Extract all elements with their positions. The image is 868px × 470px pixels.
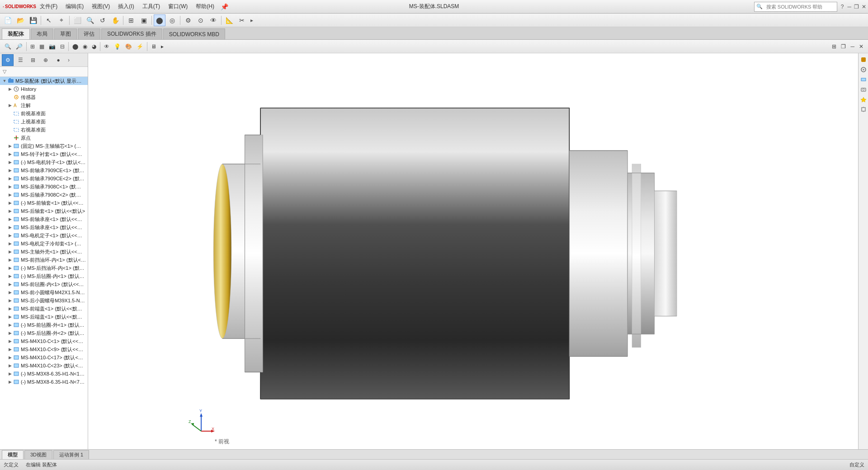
tab-layout[interactable]: 布局 (31, 28, 53, 39)
toolbar-explode[interactable]: ⊙ (195, 14, 207, 26)
tree-part-20[interactable]: ▶ MS-前端盖<1> (默认<<默认>_前 (0, 305, 88, 313)
panel-icon-grid[interactable]: ⊞ (27, 54, 39, 66)
tree-part-12-expand[interactable]: ▶ (7, 241, 13, 246)
vt-section[interactable]: ⊟ (58, 41, 66, 52)
tree-part-4[interactable]: ▶ MS-前轴承7909CE<2> (默认<< (0, 174, 88, 183)
rs-icon-3[interactable] (859, 75, 868, 84)
viewport[interactable]: Y X Z * 前视 (88, 53, 858, 449)
toolbar-select2[interactable]: ⌖ (56, 14, 67, 26)
tree-part-15-expand[interactable]: ▶ (7, 266, 13, 270)
toolbar-assemble[interactable]: ⚙ (182, 14, 194, 26)
tree-part-9-expand[interactable]: ▶ (7, 217, 13, 221)
tab-evaluate[interactable]: 评估 (78, 28, 100, 39)
tree-part-26-expand[interactable]: ▶ (7, 355, 13, 360)
menu-insert[interactable]: 插入(I) (114, 2, 137, 11)
toolbar-edges[interactable]: ◎ (166, 14, 178, 26)
tree-root-expand[interactable]: ▼ (2, 79, 7, 83)
tree-part-27-expand[interactable]: ▶ (7, 363, 13, 368)
tree-annotation[interactable]: ▶ A 注解 (0, 101, 88, 109)
tree-right-plane-expand[interactable]: ▶ (7, 127, 13, 132)
toolbar-select[interactable]: ↖ (43, 14, 55, 26)
toolbar-shaded[interactable]: ⬤ (154, 14, 165, 26)
tree-part-8-expand[interactable]: ▶ (7, 209, 13, 213)
toolbar-open[interactable]: 📂 (14, 14, 26, 26)
rs-icon-2[interactable] (859, 65, 868, 74)
vt-view2[interactable]: ▦ (38, 41, 46, 52)
tree-part-16[interactable]: ▶ (-) MS-后毡圈-内<1> (默认<<默 (0, 272, 88, 280)
toolbar-view2[interactable]: ▣ (138, 14, 150, 26)
tree-part-9[interactable]: ▶ MS-前轴承座<1> (默认<<默认> (0, 215, 88, 223)
tree-part-1[interactable]: ▶ MS-转子衬套<1> (默认<<默认> (0, 150, 88, 158)
tree-part-26[interactable]: ▶ MS-M4X10-C<17> (默认<<默认> (0, 353, 88, 362)
tree-part-25[interactable]: ▶ MS-M4X10-C<9> (默认<<默认> (0, 345, 88, 353)
vt-more[interactable]: ▸ (159, 41, 165, 52)
tree-annotation-expand[interactable]: ▶ (7, 103, 13, 108)
tree-part-1-expand[interactable]: ▶ (7, 152, 13, 156)
toolbar-zoom-fit[interactable]: ⬜ (71, 14, 83, 26)
tree-history-expand[interactable]: ▶ (7, 87, 13, 91)
toolbar-section[interactable]: ✂ (236, 14, 248, 26)
tree-part-3[interactable]: ▶ MS-前轴承7909CE<1> (默认<<默 (0, 166, 88, 174)
tree-part-28-expand[interactable]: ▶ (7, 371, 13, 376)
tree-part-28[interactable]: ▶ (-) MS-M3X8-6.35-H1-N<1> (默 (0, 370, 88, 378)
tree-sensors-expand[interactable]: ▶ (7, 95, 13, 99)
vt-display3[interactable]: ◕ (90, 41, 98, 52)
panel-icon-more-arrow[interactable]: › (65, 57, 72, 63)
pin-icon[interactable]: 📌 (221, 3, 228, 10)
help-search-input[interactable] (764, 4, 837, 9)
tree-part-3-expand[interactable]: ▶ (7, 168, 13, 173)
toolbar-pan[interactable]: ✋ (109, 14, 121, 26)
tab-sketch[interactable]: 草图 (54, 28, 77, 39)
menu-file[interactable]: 文件(F) (36, 2, 61, 11)
vt-scene[interactable]: 💡 (112, 41, 123, 52)
tree-part-23[interactable]: ▶ (-) MS-后毡圈-外<2> (默认<<默 (0, 329, 88, 337)
tree-origin[interactable]: ▶ 原点 (0, 134, 88, 142)
tree-part-4-expand[interactable]: ▶ (7, 176, 13, 181)
tree-root[interactable]: ▼ MS-装配体 (默认<默认 显示状态-1> (0, 77, 88, 85)
vt-win-restore1[interactable]: ⊞ (830, 41, 838, 52)
tree-part-11-expand[interactable]: ▶ (7, 233, 13, 238)
toolbar-save[interactable]: 💾 (27, 14, 39, 26)
tree-part-19[interactable]: ▶ MS-后小圆螺母M39X1.5-N<1> (0, 296, 88, 305)
tree-part-19-expand[interactable]: ▶ (7, 298, 13, 303)
menu-edit[interactable]: 编辑(E) (62, 2, 87, 11)
tree-part-29-expand[interactable]: ▶ (7, 380, 13, 384)
tree-top-plane-expand[interactable]: ▶ (7, 119, 13, 124)
panel-icon-display[interactable]: ● (52, 54, 64, 66)
bottom-tab-3dview[interactable]: 3D视图 (24, 450, 52, 459)
tab-plugins[interactable]: SOLIDWORKS 插件 (101, 28, 162, 39)
tree-part-6-expand[interactable]: ▶ (7, 193, 13, 197)
tree-front-plane[interactable]: ▶ 前视基准面 (0, 109, 88, 118)
toolbar-new[interactable]: 📄 (2, 14, 14, 26)
panel-icon-config[interactable]: ⊕ (40, 54, 52, 66)
bottom-tab-model[interactable]: 模型 (2, 450, 24, 459)
tree-sensors[interactable]: ▶ 传感器 (0, 93, 88, 101)
tree-history[interactable]: ▶ History (0, 85, 88, 93)
rs-icon-5[interactable] (859, 95, 868, 104)
rs-icon-4[interactable] (859, 85, 868, 94)
tree-part-14-expand[interactable]: ▶ (7, 258, 13, 262)
status-custom[interactable]: 自定义 (849, 461, 864, 468)
rs-icon-1[interactable] (859, 55, 868, 64)
tree-part-11[interactable]: ▶ MS-电机定子<1> (默认<<默认> (0, 231, 88, 240)
menu-help[interactable]: 帮助(H) (192, 2, 218, 11)
tree-part-18[interactable]: ▶ MS-前小圆螺母M42X1.5-N<1> (0, 288, 88, 296)
menu-view[interactable]: 视图(V) (88, 2, 113, 11)
help-icon[interactable]: ? (841, 4, 844, 10)
tree-part-8[interactable]: ▶ MS-后轴套<1> (默认<<默认> (0, 207, 88, 215)
vt-color[interactable]: 🎨 (123, 41, 134, 52)
tree-part-14[interactable]: ▶ MS-前挡油环-内<1> (默认<<默 (0, 256, 88, 264)
vt-win-restore2[interactable]: ❐ (839, 41, 848, 52)
tree-part-25-expand[interactable]: ▶ (7, 347, 13, 352)
tree-part-10-expand[interactable]: ▶ (7, 225, 13, 230)
tree-part-18-expand[interactable]: ▶ (7, 290, 13, 295)
toolbar-more[interactable]: ▸ (250, 17, 253, 24)
tree-part-5-expand[interactable]: ▶ (7, 184, 13, 189)
minimize-icon[interactable]: ─ (847, 4, 851, 10)
vt-display1[interactable]: ⬤ (71, 41, 80, 52)
tree-part-2[interactable]: ▶ (-) MS-电机转子<1> (默认<<默 (0, 158, 88, 166)
menu-window[interactable]: 窗口(W) (165, 2, 191, 11)
vt-screen[interactable]: 🖥 (149, 41, 158, 52)
tree-part-27[interactable]: ▶ MS-M4X10-C<23> (默认<<默认> (0, 362, 88, 370)
tree-part-2-expand[interactable]: ▶ (7, 160, 13, 164)
